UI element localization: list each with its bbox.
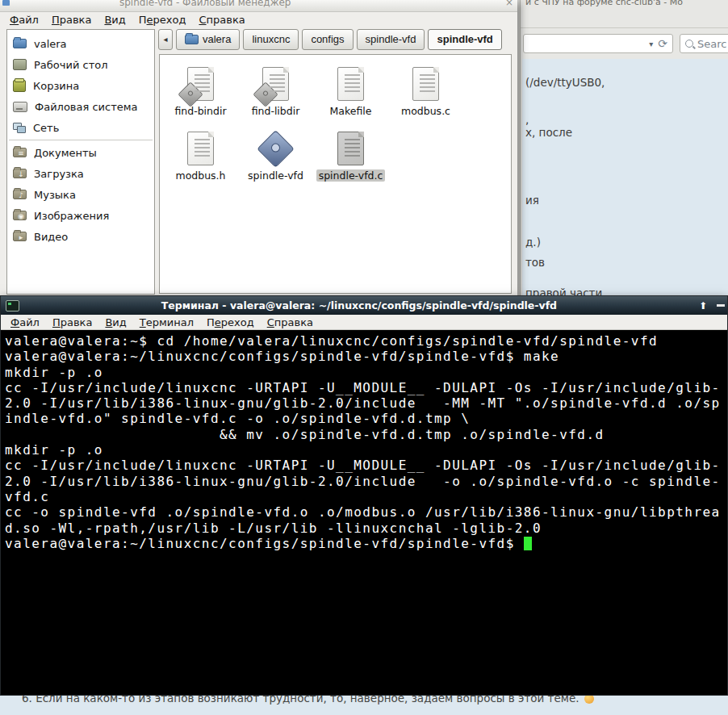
- path-button-configs[interactable]: configs: [302, 29, 353, 50]
- terminal-titlebar[interactable]: Терминал - valera@valera: ~/linuxcnc/con…: [1, 296, 727, 315]
- file-item-Makefile[interactable]: Makefile: [313, 65, 388, 129]
- menu-item[interactable]: Файл: [4, 316, 46, 328]
- file-manager-titlebar[interactable]: spindle-vfd - Файловый менеджер ×: [0, 0, 517, 12]
- path-buttons: valeralinuxcncconfigsspindle-vfdspindle-…: [176, 29, 502, 50]
- path-button-label: spindle-vfd: [366, 33, 416, 45]
- browser-window: и с ЧПУ на форуме cnc-club'а - Mo ▾ ⟳ Se…: [520, 0, 728, 295]
- sidebar-item-Загрузка[interactable]: ↓Загрузка: [7, 163, 154, 184]
- terminal-screen[interactable]: valera@valera:~$ cd /home/valera/linuxcn…: [2, 330, 726, 694]
- menu-item[interactable]: Справка: [192, 14, 251, 26]
- sidebar-item-label: Файловая система: [35, 101, 138, 113]
- terminal-icon: [6, 300, 19, 312]
- file-label: find-bindir: [172, 105, 228, 117]
- page-text-fragment: тов: [525, 256, 545, 269]
- file-label: find-libdir: [249, 105, 303, 117]
- browser-title-fragment: и с ЧПУ на форуме cnc-club'а - Mo: [525, 0, 727, 6]
- path-button-label: configs: [311, 33, 344, 45]
- sidebar-item-Видео[interactable]: ▸Видео: [7, 226, 154, 247]
- menu-item[interactable]: Справка: [261, 316, 320, 328]
- smiley-icon: [584, 696, 594, 704]
- close-icon[interactable]: ×: [505, 0, 513, 8]
- file-item-modbus.h[interactable]: modbus.h: [163, 129, 238, 194]
- page-text-fragment: д.): [525, 236, 541, 249]
- file-item-spindle-vfd[interactable]: spindle-vfd: [238, 129, 313, 194]
- videos-folder-icon: ▸: [13, 232, 27, 241]
- sidebar-item-Корзина[interactable]: Корзина: [7, 75, 154, 96]
- sidebar-item-Файловая система[interactable]: Файловая система: [7, 96, 154, 117]
- sidebar-item-Рабочий стол[interactable]: Рабочий стол: [7, 54, 154, 75]
- sidebar-item-label: Музыка: [34, 189, 76, 201]
- search-label: Searc: [697, 38, 726, 50]
- menu-item[interactable]: Переход: [132, 14, 193, 26]
- network-icon: [13, 123, 26, 133]
- menu-item[interactable]: Файл: [3, 14, 45, 26]
- home-folder-icon: [13, 39, 27, 48]
- menu-item[interactable]: Вид: [98, 316, 132, 328]
- pictures-folder-icon: ◉: [13, 211, 27, 220]
- file-manager-icon: [2, 0, 10, 6]
- sidebar-item-Документы[interactable]: ≡Документы: [7, 142, 154, 163]
- menu-item[interactable]: Правка: [46, 316, 98, 328]
- browser-content: (/dev/ttyUSB0, , х, после ия д.) тов пра…: [522, 59, 728, 295]
- sidebar-item-Изображения[interactable]: ◉Изображения: [7, 205, 154, 226]
- refresh-icon[interactable]: ⟳: [658, 40, 667, 48]
- file-view[interactable]: find-bindirfind-libdirMakefilemodbus.cmo…: [159, 54, 512, 294]
- page-text-fragment: х, после: [525, 126, 572, 139]
- filesystem-icon: [13, 102, 27, 112]
- sidebar-item-Музыка[interactable]: ♪Музыка: [7, 184, 154, 205]
- rollup-icon[interactable]: ⬆: [699, 300, 707, 312]
- downloads-folder-icon: ↓: [13, 169, 27, 178]
- folder-emblem: ≡: [17, 148, 25, 158]
- sidebar-item-label: Сеть: [33, 122, 59, 134]
- text-icon: [187, 129, 214, 168]
- url-bar[interactable]: ▾ ⟳: [523, 34, 673, 53]
- menu-item[interactable]: Вид: [98, 14, 132, 26]
- text-icon: [337, 129, 364, 168]
- sidebar-item-label: valera: [34, 38, 67, 50]
- page-text-fragment: ия: [525, 194, 539, 207]
- file-item-find-bindir[interactable]: find-bindir: [163, 65, 238, 129]
- folder-emblem: ◉: [17, 211, 25, 221]
- menu-item[interactable]: Переход: [200, 316, 261, 328]
- sidebar-separator: [9, 140, 153, 140]
- text-icon: [412, 65, 439, 103]
- menu-item[interactable]: Правка: [45, 14, 98, 26]
- search-icon: [685, 40, 693, 48]
- desktop: и с ЧПУ на форуме cnc-club'а - Mo ▾ ⟳ Se…: [0, 0, 728, 715]
- file-manager-window: spindle-vfd - Файловый менеджер × ФайлПр…: [0, 0, 517, 295]
- path-button-valera[interactable]: valera: [176, 29, 240, 50]
- file-item-modbus.c[interactable]: modbus.c: [388, 65, 463, 129]
- sidebar-item-label: Загрузка: [34, 168, 84, 180]
- forum-text: 6. Если на каком-то из этапов возникают …: [22, 696, 579, 705]
- terminal-menubar: ФайлПравкаВидТерминалПереходСправка: [1, 315, 727, 330]
- desktop-icon: [13, 59, 27, 70]
- path-button-spindle-vfd[interactable]: spindle-vfd: [428, 29, 501, 50]
- search-input[interactable]: Searc: [680, 34, 728, 53]
- sidebar-item-label: Видео: [34, 231, 68, 243]
- script-icon: [262, 65, 289, 103]
- chevron-down-icon[interactable]: ▾: [649, 40, 653, 48]
- folder-blue-icon: [185, 35, 199, 44]
- sidebar-item-Сеть[interactable]: Сеть: [7, 117, 154, 138]
- sidebar-item-label: Рабочий стол: [34, 59, 107, 71]
- sidebar-item-label: Изображения: [34, 210, 109, 222]
- executable-icon: [262, 129, 289, 168]
- back-button[interactable]: ◂: [158, 29, 173, 50]
- file-label: spindle-vfd.c: [316, 169, 386, 182]
- file-label: Makefile: [328, 105, 374, 117]
- path-button-linuxcnc[interactable]: linuxcnc: [243, 29, 299, 50]
- page-text-fragment: ,: [525, 113, 529, 126]
- path-button-label: valera: [203, 33, 231, 45]
- sidebar-item-valera[interactable]: valera: [7, 33, 154, 54]
- file-item-find-libdir[interactable]: find-libdir: [238, 65, 313, 129]
- terminal-cursor: [524, 537, 532, 550]
- terminal-title: Терминал - valera@valera: ~/linuxcnc/con…: [19, 299, 699, 312]
- path-button-spindle-vfd[interactable]: spindle-vfd: [357, 29, 425, 50]
- terminal-window: Терминал - valera@valera: ~/linuxcnc/con…: [0, 295, 728, 696]
- file-manager-menubar: ФайлПравкаВидПереходСправка: [0, 12, 517, 27]
- music-folder-icon: ♪: [13, 190, 27, 199]
- minimize-icon[interactable]: [717, 304, 725, 307]
- documents-folder-icon: ≡: [13, 148, 27, 157]
- menu-item[interactable]: Терминал: [133, 316, 200, 328]
- file-item-spindle-vfd.c[interactable]: spindle-vfd.c: [313, 129, 388, 194]
